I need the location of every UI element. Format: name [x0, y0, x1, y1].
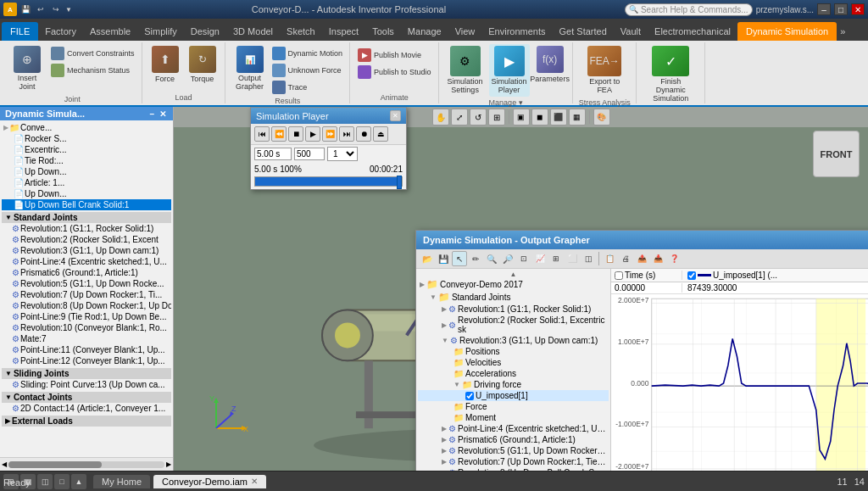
qat-save[interactable]: 💾: [19, 3, 32, 16]
tree-item[interactable]: ⚙ Mate:7: [2, 333, 171, 344]
tree-item[interactable]: 📄 Up Down...: [2, 188, 171, 199]
vp-btn-more2[interactable]: ▦: [569, 109, 586, 126]
tab-sketch[interactable]: Sketch: [280, 22, 322, 41]
trace-button[interactable]: Trace: [270, 80, 345, 95]
simulation-player-button[interactable]: ▶ Simulation Player: [489, 44, 530, 97]
tree-item[interactable]: 📄 Up Down...: [2, 166, 171, 177]
tree-item[interactable]: ⚙ Revolution:10 (Conveyor Blank:1, Ro...: [2, 322, 171, 333]
col2-checkbox[interactable]: [687, 271, 696, 280]
tab-factory[interactable]: Factory: [38, 22, 83, 41]
qat-undo[interactable]: ↩: [34, 3, 47, 16]
section-contact-joints[interactable]: ▼ Contact Joints: [2, 392, 171, 403]
vp-btn-wireframe[interactable]: ▣: [513, 109, 530, 126]
scroll-right[interactable]: ▶: [166, 460, 171, 468]
g-btn-open[interactable]: 📂: [420, 251, 435, 266]
tab-dynamic-simulation[interactable]: Dynamic Simulation: [737, 22, 837, 41]
tree-item[interactable]: ⚙ Sliding: Point Curve:13 (Up Down ca...: [2, 379, 171, 390]
tree-item[interactable]: 📄 Up Down Bell Crank Solid:1: [2, 199, 171, 210]
tree-item[interactable]: ⚙ Point-Line:4 (Excentric sketched:1, U.…: [2, 256, 171, 267]
tree-item[interactable]: ▶ ⚙ Revolution:8 (Up Down Bell Crank S..…: [418, 467, 609, 471]
tab-simplify[interactable]: Simplify: [137, 22, 184, 41]
tree-item[interactable]: ⚙ Revolution:2 (Rocker Solid:1, Excent: [2, 234, 171, 245]
tab-electromechanical[interactable]: Electromechanical: [648, 22, 737, 41]
tree-item[interactable]: 📄 Tie Rod:...: [2, 155, 171, 166]
g-btn-zoom-out[interactable]: 🔎: [500, 251, 515, 266]
user-label[interactable]: przemyslaw.s...: [756, 5, 814, 14]
tree-item[interactable]: U_imposed[1]: [418, 390, 609, 401]
tree-item[interactable]: ▶ ⚙ Revolution:1 (G1:1, Rocker Solid:1): [418, 304, 609, 315]
tree-item[interactable]: ▼ 📁 Driving force: [418, 379, 609, 390]
vp-btn-appearance[interactable]: 🎨: [593, 109, 610, 126]
g-btn-print[interactable]: 🖨: [618, 251, 633, 266]
vp-btn-more1[interactable]: ⬛: [550, 109, 567, 126]
vp-btn-orbit[interactable]: ↺: [470, 109, 487, 126]
tree-item[interactable]: ⚙ Point-Line:9 (Tie Rod:1, Up Down Be...: [2, 311, 171, 322]
panel-close[interactable]: ✕: [158, 109, 168, 119]
vp-btn-zoom[interactable]: ⤢: [451, 109, 468, 126]
tree-item[interactable]: ▶ ⚙ Point-Line:4 (Excentric sketched:1, …: [418, 423, 609, 434]
tab-conveyor[interactable]: Conveyor-Demo.iam ✕: [153, 475, 266, 488]
sp-btn-eject[interactable]: ⏏: [373, 126, 388, 142]
title-maximize[interactable]: □: [834, 3, 848, 15]
g-btn-more4[interactable]: ◫: [581, 251, 596, 266]
tab-view[interactable]: View: [448, 22, 482, 41]
qat-redo[interactable]: ↪: [49, 3, 63, 16]
vp-btn-hand[interactable]: ✋: [432, 109, 449, 126]
publish-movie-button[interactable]: ▶ Publish Movie: [356, 47, 433, 63]
tab-getstarted[interactable]: Get Started: [553, 22, 614, 41]
sp-btn-rec[interactable]: ⏺: [356, 126, 371, 142]
sp-btn-next[interactable]: ⏩: [322, 126, 337, 142]
vp-btn-extents[interactable]: ⊞: [488, 109, 505, 126]
col1-checkbox[interactable]: [615, 271, 623, 280]
view-cube[interactable]: FRONT: [813, 131, 860, 177]
tab-myhome[interactable]: My Home: [93, 475, 150, 488]
tree-item[interactable]: 📁 Force: [418, 401, 609, 412]
tab-3dmodel[interactable]: 3D Model: [226, 22, 280, 41]
unknown-force-button[interactable]: Unknown Force: [270, 63, 345, 78]
tree-item[interactable]: ⚙ 2D Contact:14 (Article:1, Conveyer 1..…: [2, 403, 171, 414]
sp-btn-stop[interactable]: ⏹: [288, 126, 303, 142]
statusbar-icon4[interactable]: □: [54, 474, 70, 489]
tree-item[interactable]: ▼ 📁 Standard Joints: [418, 291, 609, 304]
tree-item[interactable]: 📄 Excentric...: [2, 144, 171, 155]
grapher-tree-scroll-up[interactable]: ▲: [418, 271, 609, 278]
g-btn-zoom-in[interactable]: 🔍: [484, 251, 499, 266]
publish-studio-button[interactable]: Publish to Studio: [356, 64, 433, 80]
tree-item[interactable]: 📄 Article: 1...: [2, 177, 171, 188]
g-btn-save[interactable]: 💾: [436, 251, 451, 266]
tree-item[interactable]: 📁 Positions: [418, 346, 609, 357]
insert-joint-button[interactable]: ⊕ Insert Joint: [8, 44, 46, 93]
u-imposed-checkbox[interactable]: [465, 392, 474, 400]
tree-item[interactable]: ▶ ⚙ Prismatic6 (Ground:1, Article:1): [418, 434, 609, 445]
statusbar-icon3[interactable]: ◫: [37, 474, 53, 489]
tree-item[interactable]: ▶ ⚙ Revolution:7 (Up Down Rocker:1, Tie …: [418, 456, 609, 467]
tab-inspect[interactable]: Inspect: [322, 22, 365, 41]
sp-btn-play[interactable]: ▶: [305, 126, 320, 142]
tree-item[interactable]: ⚙ Revolution:5 (G1:1, Up Down Rocke...: [2, 278, 171, 289]
title-minimize[interactable]: –: [817, 3, 831, 15]
g-btn-fit[interactable]: ⊡: [516, 251, 531, 266]
convert-constraints-button[interactable]: Convert Constraints: [49, 46, 136, 61]
g-btn-help[interactable]: ❓: [666, 251, 682, 266]
tree-item[interactable]: ⚙ Revolution:7 (Up Down Rocker:1, Ti...: [2, 289, 171, 300]
tree-item[interactable]: ⚙ Point-Line:11 (Conveyer Blank:1, Up...: [2, 344, 171, 355]
finish-dynamic-simulation-button[interactable]: ✓ Finish Dynamic Simulation: [645, 44, 696, 105]
g-btn-import[interactable]: 📥: [650, 251, 665, 266]
sp-btn-first[interactable]: ⏮: [254, 126, 270, 142]
tab-manage[interactable]: Manage: [401, 22, 448, 41]
tree-item[interactable]: 📁 Velocities: [418, 357, 609, 368]
tree-item[interactable]: 📄 Rocker S...: [2, 133, 171, 144]
chart-area[interactable]: 2.000E+7 1.000E+7 0.000 -1.000E+7 -2.000…: [611, 294, 868, 471]
g-btn-cursor[interactable]: ↖: [452, 251, 467, 266]
sp-slider-thumb[interactable]: [397, 176, 402, 189]
sp-time-input[interactable]: [254, 148, 292, 160]
parameters-button[interactable]: f(x) Parameters: [533, 44, 567, 85]
tree-item[interactable]: ▶ ⚙ Revolution:2 (Rocker Solid:1, Excent…: [418, 315, 609, 335]
tree-item[interactable]: ⚙ Point-Line:12 (Conveyer Blank:1, Up...: [2, 355, 171, 366]
g-btn-copy[interactable]: 📋: [602, 251, 617, 266]
file-tab[interactable]: FILE: [2, 22, 38, 41]
qat-more[interactable]: ▼: [64, 3, 73, 16]
force-button[interactable]: ⬆ Force: [148, 44, 182, 85]
section-standard-joints[interactable]: ▼ Standard Joints: [2, 212, 171, 223]
panel-minimize[interactable]: –: [147, 109, 156, 119]
